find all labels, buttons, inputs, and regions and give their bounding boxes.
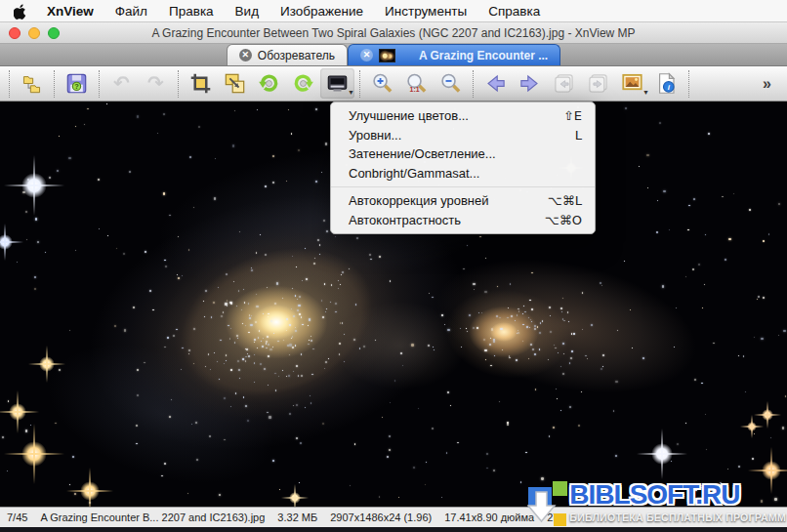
star [473,283,475,285]
window-bottom-edge [0,527,787,532]
star [542,320,543,321]
star [727,469,728,470]
forward-button[interactable] [513,68,547,99]
star [116,248,117,249]
zoom-100-icon: 1:1 [405,72,428,95]
star [701,383,702,384]
star [293,405,294,406]
menu-item-auto-levels[interactable]: Автокоррекция уровней⌥⌘L [331,191,595,211]
zoom-in-button[interactable] [365,68,399,99]
star [754,337,755,338]
rotate-right-button[interactable] [286,68,320,99]
menu-item-enhance-colors[interactable]: Улучшение цветов...⇧E [331,106,595,126]
star [169,416,171,418]
menu-bar: XnViewФайлПравкаВидИзображениеИнструмент… [0,0,787,22]
star [558,352,559,353]
star [570,357,572,359]
star [254,362,255,363]
redo-button[interactable]: ↷ [139,68,173,99]
tab-close-icon[interactable]: ✕ [239,49,252,61]
slideshow-button[interactable]: ▼ [615,68,649,99]
tab-browser[interactable]: ✕Обозреватель [227,44,348,65]
star [317,239,319,241]
star [226,360,227,361]
toolbar-overflow-button[interactable]: » [751,75,783,93]
star [287,345,289,347]
tab-image[interactable]: ✕A Grazing Encounter ... [348,44,560,65]
save-button[interactable]: ? [60,68,94,99]
menu-image[interactable]: Изображение [269,4,374,19]
resize-button[interactable] [218,68,252,99]
rotate-left-button[interactable] [252,68,286,99]
menu-item-levels[interactable]: Уровни...L [331,126,595,145]
star [350,485,351,486]
minimize-window-button[interactable] [28,27,40,39]
star [479,236,481,238]
status-field: 3.32 МБ [277,512,317,523]
zoom-window-button[interactable] [48,27,60,39]
menu-item-auto-contrast[interactable]: Автоконтрастность⌥⌘O [331,211,595,230]
star [339,343,340,344]
menu-item-conbright-gammasat[interactable]: Conbright/Gammasat... [331,164,595,184]
star [704,284,705,285]
star [251,269,253,271]
star [276,282,278,284]
undo-button[interactable]: ↶ [104,68,139,99]
status-bar: 7/45A Grazing Encounter B... 2207 and IC… [0,507,787,527]
star [210,369,211,370]
back-button[interactable] [478,68,513,99]
star [322,316,324,318]
star [429,293,430,294]
star [568,321,569,322]
menu-help[interactable]: Справка [477,4,551,19]
star [450,405,451,406]
menu-item-shadow-highlight[interactable]: Затенение/Осветление... [331,144,595,164]
star [248,355,250,357]
adjust-button[interactable]: ▼ [320,68,354,99]
next-image-button[interactable] [581,68,615,99]
toolbar: ?↶↷▼1:1▼i» [0,66,787,102]
star [694,379,696,381]
star [272,182,274,184]
star [173,335,175,337]
star [301,375,303,377]
menu-tools[interactable]: Инструменты [374,4,477,19]
prev-image-button[interactable] [547,68,581,99]
apple-menu[interactable] [14,3,28,19]
star [518,332,519,334]
menu-edit[interactable]: Правка [158,4,225,19]
star [474,289,475,290]
star [571,350,573,352]
undo-icon: ↶ [113,73,130,94]
star [669,229,670,230]
star [782,427,784,429]
menu-file[interactable]: Файл [104,4,158,19]
bright-star [80,481,100,501]
star [774,498,776,500]
star [157,133,158,134]
zoom-out-button[interactable] [434,68,468,99]
zoom-100-button[interactable]: 1:1 [399,68,434,99]
star [30,425,31,426]
star [248,303,250,305]
close-window-button[interactable] [9,27,21,39]
menu-item-shortcut: L [575,128,582,143]
star [149,290,151,292]
menu-view[interactable]: Вид [225,4,269,19]
browser-button[interactable] [15,68,49,99]
app-menu-xnview[interactable]: XnView [36,4,104,19]
star [541,477,543,479]
info-button[interactable]: i [649,68,683,99]
tab-close-icon[interactable]: ✕ [360,49,373,61]
star [500,328,502,330]
star [245,348,246,349]
star [145,251,146,253]
star [249,314,250,315]
star [25,430,27,431]
bright-star [0,234,13,250]
crop-button[interactable] [184,68,218,99]
star [531,308,533,310]
star [757,299,758,300]
star [59,136,60,137]
star [507,424,508,425]
